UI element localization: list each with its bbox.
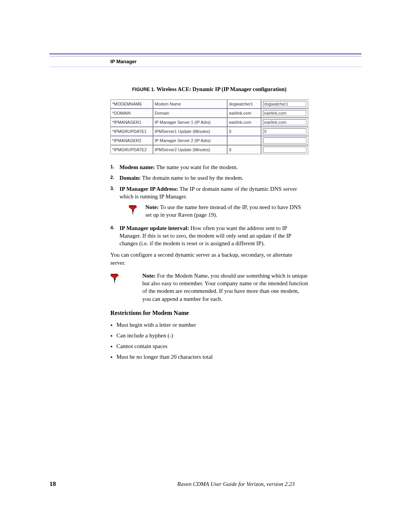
- term: Modem name:: [119, 164, 155, 170]
- note-text: Note: For the Modem Name, you should use…: [142, 272, 308, 303]
- note-prefix: Note:: [142, 273, 156, 279]
- ipmanager2-input[interactable]: [263, 137, 306, 144]
- value-cell: eairlink.com: [227, 109, 261, 118]
- value-cell: 0: [227, 145, 261, 154]
- modemname-input[interactable]: [263, 101, 306, 107]
- value-cell: 0: [227, 127, 261, 136]
- note-prefix: Note:: [145, 204, 159, 210]
- figure-title: Wireless ACE: Dynamic IP (IP Manager con…: [156, 86, 287, 92]
- item-number: 3.: [110, 185, 114, 192]
- term: Domain:: [119, 175, 141, 181]
- list-item: Must be no longer than 20 characters tot…: [116, 352, 308, 361]
- svg-marker-4: [114, 278, 115, 284]
- list-item: 2. Domain: The domain name to be used by…: [110, 174, 308, 182]
- value-cell: [227, 136, 261, 145]
- item-number: 4.: [110, 225, 114, 231]
- value-cell: eairlink.com: [227, 118, 261, 127]
- param-cell: *IPMANAGER2: [110, 136, 153, 145]
- table-row: *IPMANAGER2 IP Manager Server 2 (IP Adrs…: [110, 136, 308, 145]
- desc-cell: Domain: [153, 109, 227, 118]
- list-item: Can include a hyphen (-): [116, 331, 308, 340]
- top-rule-thick: [49, 53, 362, 54]
- table-row: *IPMGRUPDATE1 IPMServer1 Update (Minutes…: [110, 127, 308, 136]
- ipmgrupdate2-input[interactable]: [263, 147, 306, 153]
- paragraph: You can configure a second dynamic serve…: [110, 251, 308, 267]
- page-footer: 18 Raven CDMA User Guide for Verizon, ve…: [49, 480, 362, 488]
- desc-cell: IP Manager Server 2 (IP Adrs): [153, 136, 227, 145]
- item-text: The domain name to be used by the modem.: [141, 175, 244, 181]
- list-item: 4. IP Manager update interval: How often…: [110, 224, 308, 248]
- list-item: Cannot contain spaces: [116, 342, 308, 351]
- desc-cell: IP Manager Server 1 (IP Adrs): [153, 118, 227, 127]
- footer-doc-title: Raven CDMA User Guide for Verizon, versi…: [110, 481, 362, 487]
- running-head: IP Manager: [110, 59, 362, 64]
- svg-marker-1: [132, 209, 134, 216]
- ipmgrupdate1-input[interactable]: [263, 128, 306, 134]
- instruction-list: 1. Modem name: The name you want for the…: [110, 163, 308, 247]
- param-cell: *IPMGRUPDATE2: [110, 145, 153, 154]
- item-number: 1.: [110, 164, 114, 170]
- svg-rect-5: [111, 274, 118, 275]
- item-number: 2.: [110, 174, 114, 181]
- table-row: *IPMANAGER1 IP Manager Server 1 (IP Adrs…: [110, 118, 308, 127]
- param-cell: *DOMAIN: [110, 109, 153, 118]
- table-row: *IPMGRUPDATE2 IPMServer2 Update (Minutes…: [110, 145, 308, 154]
- note-text: Note: To use the name here instead of th…: [145, 203, 308, 219]
- list-item: Must begin with a letter or number: [116, 320, 308, 329]
- list-item: 3. IP Manager IP Address: The IP or doma…: [110, 185, 308, 219]
- item-text: The name you want for the modem.: [155, 164, 238, 170]
- ipmanager1-input[interactable]: [263, 119, 306, 125]
- table-row: *DOMAIN Domain eairlink.com: [110, 109, 308, 118]
- term: IP Manager update interval:: [119, 225, 189, 231]
- list-item: 1. Modem name: The name you want for the…: [110, 163, 308, 171]
- header-underline: [49, 67, 362, 67]
- figure-label: FIGURE 1.: [132, 87, 155, 92]
- desc-cell: Modem Name: [153, 99, 227, 109]
- note-block: Note: For the Modem Name, you should use…: [110, 272, 308, 303]
- restrictions-list: Must begin with a letter or number Can i…: [116, 320, 308, 361]
- param-cell: *MODEMNAME: [110, 99, 153, 109]
- pushpin-icon: [110, 272, 127, 303]
- restrictions-heading: Restrictions for Modem Name: [110, 310, 308, 316]
- desc-cell: IPMServer2 Update (Minutes): [153, 145, 227, 154]
- param-cell: *IPMANAGER1: [110, 118, 153, 127]
- domain-input[interactable]: [263, 110, 306, 116]
- svg-rect-2: [129, 205, 136, 206]
- note-body: For the Modem Name, you should use somet…: [142, 273, 308, 302]
- note-block: Note: To use the name here instead of th…: [129, 203, 308, 219]
- config-table: *MODEMNAME Modem Name dogwatcher1 *DOMAI…: [110, 99, 308, 154]
- param-cell: *IPMGRUPDATE1: [110, 127, 153, 136]
- desc-cell: IPMServer1 Update (Minutes): [153, 127, 227, 136]
- table-row: *MODEMNAME Modem Name dogwatcher1: [110, 99, 308, 109]
- note-body: To use the name here instead of the IP, …: [145, 204, 301, 218]
- pushpin-icon: [129, 203, 145, 219]
- page-number: 18: [49, 480, 110, 488]
- value-cell: dogwatcher1: [227, 99, 261, 109]
- figure-caption: FIGURE 1. Wireless ACE: Dynamic IP (IP M…: [110, 86, 308, 93]
- top-rule-thin: [49, 56, 362, 56]
- term: IP Manager IP Address:: [119, 186, 178, 192]
